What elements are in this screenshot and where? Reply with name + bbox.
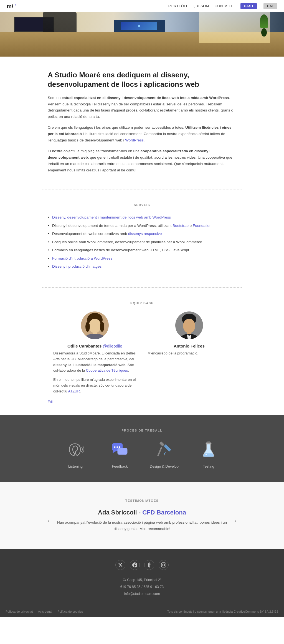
process-feedback: Feedback: [100, 439, 139, 468]
chat-icon: [100, 439, 139, 461]
atzur-link[interactable]: ATZUR: [68, 389, 80, 393]
wordpress-link[interactable]: WordPress: [125, 138, 144, 142]
divider-1: [42, 189, 242, 189]
process-listening-label: Listening: [56, 464, 95, 468]
process-section: PROCÉS DE TREBALL Listening: [0, 415, 284, 482]
service-link-1[interactable]: Disseny, desenvolupament i manteniment d…: [52, 215, 171, 219]
nav-qui-som[interactable]: QUI SOM: [193, 4, 209, 8]
process-design-label: Design & Develop: [145, 464, 184, 468]
testimonial-prev-button[interactable]: ‹: [48, 517, 50, 524]
footer-email: info@studiomoare.com: [6, 590, 278, 597]
member-name-antonio: Antonio Felices: [148, 344, 231, 348]
svg-point-15: [114, 446, 115, 448]
svg-point-5: [85, 322, 90, 332]
testimonial-text: Han acompanyat l'evolució de la nostra a…: [56, 519, 228, 532]
member-name-odile: Odile Carabantes @dileodile: [53, 344, 136, 348]
process-feedback-label: Feedback: [100, 464, 139, 468]
edit-link[interactable]: Edit: [48, 400, 236, 404]
legal-link[interactable]: Avís Legal: [38, 610, 52, 613]
svg-point-24: [206, 453, 207, 455]
intro-section: A Studio Moaré ens dediquem al disseny, …: [0, 57, 284, 189]
process-testing: Testing: [189, 439, 228, 468]
process-design: Design & Develop: [145, 439, 184, 468]
ear-icon: [56, 439, 95, 461]
nav-contacte[interactable]: CONTACTE: [215, 4, 235, 8]
footer-address: C/ Casp 145, Principal 2ª: [6, 577, 278, 584]
svg-point-11: [183, 319, 195, 333]
service-link-responsive[interactable]: dissenys responsive: [128, 232, 162, 236]
services-section: SERVEIS Disseny, desenvolupament i mante…: [0, 198, 284, 287]
member-bio-odile-2: En el meu temps lliure m'agrada experime…: [53, 377, 136, 394]
navbar: m/ s PORTFÒLI QUI SOM CONTACTE CAST CAT: [0, 0, 284, 12]
footer-copyright: Tots els continguts i dissenys tenen una…: [167, 610, 278, 613]
process-listening: Listening: [56, 439, 95, 468]
list-item: Disseny i desenvolupament de temes a mid…: [48, 222, 236, 230]
instagram-icon[interactable]: [159, 560, 169, 570]
lang-cat-button[interactable]: CAT: [263, 3, 277, 9]
privacy-link[interactable]: Política de privacitat: [6, 610, 33, 613]
team-section: EQUIP BASE: [0, 296, 284, 415]
odile-handle-link[interactable]: @dileodile: [103, 344, 122, 348]
testimonials-inner: ‹ Ada Sbriccoli - CFD Barcelona Han acom…: [56, 509, 228, 532]
list-item: Desenvolupament de webs corporatives amb…: [48, 230, 236, 238]
services-label: SERVEIS: [48, 203, 236, 207]
process-grid: Listening Feedback: [42, 439, 242, 468]
avatar: [175, 311, 203, 339]
nav-portfolio[interactable]: PORTFÒLI: [168, 4, 187, 8]
footer-social: [6, 560, 278, 570]
service-link-foundation[interactable]: Foundation: [193, 224, 212, 228]
intro-p1: Som un estudi especialitzat en el dissen…: [48, 95, 236, 120]
intro-p3: El nostre objectiu a mig plaç és transfo…: [48, 148, 236, 174]
process-testing-label: Testing: [189, 464, 228, 468]
testimonials-section: TESTIMONIATGES ‹ Ada Sbriccoli - CFD Bar…: [0, 482, 284, 549]
cookies-link[interactable]: Política de cookies: [57, 610, 83, 613]
facebook-icon[interactable]: [130, 560, 140, 570]
twitter-icon[interactable]: [115, 560, 125, 570]
flask-icon: [189, 439, 228, 461]
svg-point-25: [209, 454, 209, 455]
divider-2: [42, 287, 242, 288]
member-bio-odile: Dissenyadora a StudioMoaré. Llicenciada …: [53, 351, 136, 374]
svg-text:s: s: [15, 4, 16, 6]
footer-phone: 619 76 85 35 / 635 91 63 73: [6, 584, 278, 590]
team-member-antonio: Antonio Felices M'encarrego de la progra…: [148, 311, 231, 394]
svg-point-6: [100, 322, 104, 332]
footer-legal-links: Política de privacitat Avís Legal Políti…: [6, 610, 87, 613]
process-label: PROCÉS DE TREBALL: [6, 429, 278, 432]
service-link-design-images[interactable]: Disseny i producció d'imatges: [52, 264, 102, 268]
testimonial-org-link[interactable]: CFD Barcelona: [142, 509, 186, 516]
intro-p2: Creiem que els llenguatges i les eines q…: [48, 125, 236, 144]
tumblr-icon[interactable]: [144, 560, 154, 570]
svg-rect-18: [159, 442, 164, 447]
list-item: Botigues online amb WooCommerce, desenvo…: [48, 238, 236, 246]
svg-point-17: [119, 446, 120, 448]
testimonials-label: TESTIMONIATGES: [6, 499, 278, 502]
footer: C/ Casp 145, Principal 2ª 619 76 85 35 /…: [0, 549, 284, 617]
services-list: Disseny, desenvolupament i manteniment d…: [48, 213, 236, 271]
lang-cast-button[interactable]: CAST: [240, 3, 257, 9]
list-item: Disseny, desenvolupament i manteniment d…: [48, 213, 236, 222]
logo[interactable]: m/ s: [7, 2, 22, 10]
nav-links: PORTFÒLI QUI SOM CONTACTE CAST CAT: [168, 3, 277, 9]
footer-email-link[interactable]: info@studiomoare.com: [124, 592, 160, 596]
testimonial-name: Ada Sbriccoli - CFD Barcelona: [56, 509, 228, 516]
list-item: Formació en llenguatges bàsics de desenv…: [48, 246, 236, 254]
team-grid: Odile Carabantes @dileodile Dissenyadora…: [48, 311, 236, 394]
cooperativa-link[interactable]: Cooperativa de Tècniques: [86, 368, 128, 372]
svg-rect-14: [117, 448, 127, 455]
testimonial-next-button[interactable]: ›: [234, 517, 236, 524]
list-item: Formació d'introducció a WordPress: [48, 254, 236, 263]
footer-bottom: Política de privacitat Avís Legal Políti…: [6, 606, 278, 617]
footer-info: C/ Casp 145, Principal 2ª 619 76 85 35 /…: [6, 577, 278, 597]
svg-point-16: [116, 446, 118, 448]
tools-icon: [145, 439, 184, 461]
hero-image: [0, 12, 284, 57]
svg-line-19: [158, 448, 161, 455]
team-member-odile: Odile Carabantes @dileodile Dissenyadora…: [53, 311, 136, 394]
service-link-bootstrap[interactable]: Bootstrap: [173, 224, 189, 228]
svg-rect-20: [164, 444, 171, 452]
svg-point-4: [89, 319, 101, 333]
list-item: Disseny i producció d'imatges: [48, 262, 236, 271]
service-link-wp-intro[interactable]: Formació d'introducció a WordPress: [52, 256, 112, 260]
member-bio-antonio: M'encarrego de la programació.: [148, 351, 231, 356]
